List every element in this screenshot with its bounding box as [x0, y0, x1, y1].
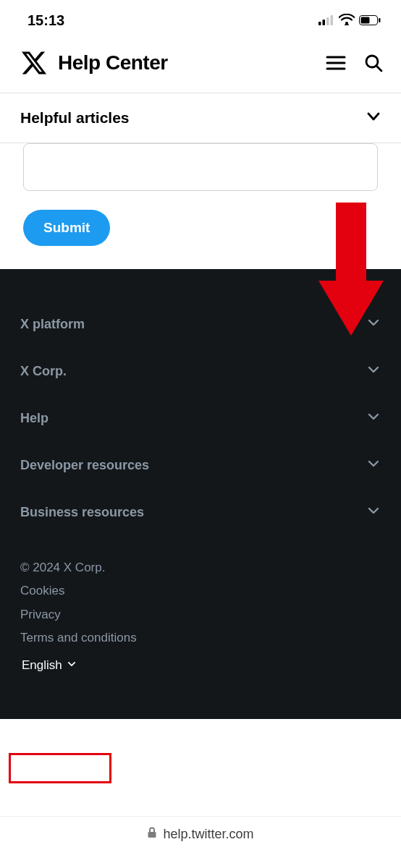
svg-rect-6: [361, 17, 370, 23]
svg-rect-13: [148, 832, 156, 838]
svg-rect-7: [379, 18, 381, 22]
svg-line-12: [377, 67, 382, 72]
status-icons: [318, 12, 381, 29]
footer-link-terms[interactable]: Terms and conditions: [20, 626, 381, 650]
status-bar: 15:13: [0, 0, 401, 38]
chevron-down-icon: [366, 409, 381, 427]
language-selector[interactable]: English: [20, 652, 81, 678]
text-input[interactable]: [23, 143, 378, 191]
copyright-text: © 2024 X Corp.: [20, 556, 381, 579]
chevron-down-icon: [366, 456, 381, 475]
footer-section-label: Developer resources: [20, 458, 149, 473]
battery-icon: [359, 12, 381, 29]
chevron-down-icon: [67, 654, 77, 677]
menu-button[interactable]: [326, 53, 346, 73]
chevron-down-icon: [366, 503, 381, 522]
svg-rect-0: [318, 22, 321, 25]
footer-section-x-corp[interactable]: X Corp.: [20, 348, 381, 395]
footer-section-business-resources[interactable]: Business resources: [20, 489, 381, 536]
browser-url-bar[interactable]: help.twitter.com: [0, 816, 401, 868]
search-button[interactable]: [363, 53, 384, 73]
app-header: Help Center: [0, 38, 401, 93]
svg-point-4: [345, 22, 348, 25]
footer-section-label: X Corp.: [20, 364, 67, 379]
footer-link-privacy[interactable]: Privacy: [20, 603, 381, 626]
form-area: Submit: [0, 143, 401, 269]
browser-url-text: help.twitter.com: [163, 827, 253, 842]
chevron-down-icon: [366, 109, 381, 127]
footer-legal: © 2024 X Corp. Cookies Privacy Terms and…: [20, 556, 381, 678]
subheader-title: Helpful articles: [20, 109, 130, 127]
footer-section-label: X platform: [20, 317, 85, 332]
chevron-down-icon: [366, 362, 381, 380]
page-title: Help Center: [58, 51, 316, 75]
chevron-down-icon: [366, 315, 381, 333]
cellular-icon: [318, 12, 334, 29]
footer-section-developer-resources[interactable]: Developer resources: [20, 442, 381, 489]
footer-section-label: Business resources: [20, 505, 144, 520]
status-time: 15:13: [28, 12, 64, 29]
svg-rect-2: [326, 17, 329, 25]
footer-section-label: Help: [20, 411, 48, 426]
svg-rect-1: [323, 20, 326, 25]
wifi-icon: [339, 12, 355, 29]
language-label: English: [22, 654, 62, 677]
svg-rect-3: [331, 15, 334, 25]
footer: X platform X Corp. Help Developer resour…: [0, 269, 401, 719]
footer-section-x-platform[interactable]: X platform: [20, 301, 381, 348]
annotation-highlight-box: [9, 753, 111, 783]
footer-section-help[interactable]: Help: [20, 395, 381, 442]
helpful-articles-accordion[interactable]: Helpful articles: [0, 93, 401, 143]
x-logo-icon[interactable]: [20, 49, 48, 77]
lock-icon: [147, 827, 157, 842]
submit-button[interactable]: Submit: [23, 210, 110, 246]
footer-link-cookies[interactable]: Cookies: [20, 579, 381, 603]
